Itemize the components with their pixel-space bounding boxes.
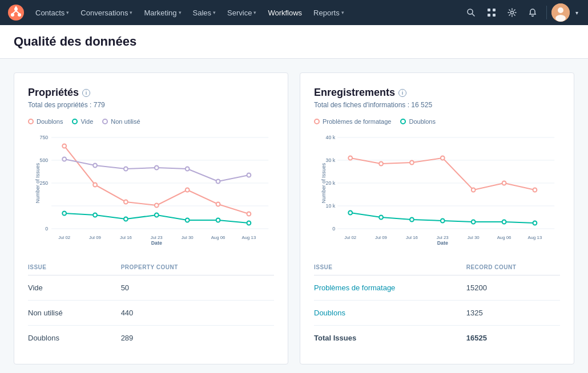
chevron-down-icon: ▾ (341, 10, 344, 15)
svg-point-17 (558, 7, 563, 13)
properties-table: ISSUE PROPERTY COUNT Vide 50 Non utilisé… (28, 260, 274, 350)
chevron-down-icon: ▾ (179, 10, 182, 15)
notifications-button[interactable] (523, 3, 542, 22)
nav-service[interactable]: Service ▾ (221, 0, 262, 25)
svg-point-47 (155, 213, 159, 217)
svg-text:Aug 13: Aug 13 (528, 235, 542, 240)
properties-chart: 750 500 250 0 Number of Issues Jul 02 Ju… (28, 132, 274, 246)
issue-count: 440 (121, 301, 274, 326)
col-property-count: PROPERTY COUNT (121, 260, 274, 275)
svg-text:Jul 30: Jul 30 (182, 235, 194, 240)
svg-rect-14 (493, 14, 496, 17)
svg-point-9 (468, 9, 473, 14)
total-issues-count: 16525 (466, 326, 560, 351)
user-avatar[interactable] (551, 3, 570, 22)
svg-point-40 (155, 204, 159, 208)
svg-rect-11 (488, 9, 490, 11)
search-button[interactable] (462, 3, 480, 22)
svg-point-57 (247, 173, 251, 177)
svg-point-18 (555, 15, 566, 22)
svg-point-89 (502, 220, 506, 224)
svg-point-41 (186, 188, 190, 192)
legend-doublons-enreg: Doublons (400, 118, 435, 125)
svg-point-77 (348, 156, 352, 160)
user-menu-chevron[interactable]: ▾ (572, 3, 581, 22)
svg-point-56 (216, 180, 220, 184)
svg-point-78 (379, 162, 383, 166)
svg-point-38 (93, 183, 97, 187)
issue-count: 50 (121, 275, 274, 301)
svg-point-54 (155, 166, 159, 170)
nav-sales[interactable]: Sales ▾ (187, 0, 222, 25)
svg-point-83 (533, 188, 537, 192)
issue-label: Non utilisé (28, 301, 121, 326)
legend-dot-non-utilise (102, 119, 108, 124)
svg-point-43 (247, 212, 251, 216)
apps-button[interactable] (482, 3, 501, 22)
svg-text:500: 500 (40, 157, 49, 163)
table-row: Doublons 289 (28, 326, 274, 351)
enregistrements-table: ISSUE RECORD COUNT Problèmes de formatag… (314, 260, 560, 350)
chevron-down-icon: ▾ (130, 10, 132, 15)
properties-card: Propriétés i Total des propriétés : 779 … (14, 72, 288, 364)
table-row: Doublons 1325 (314, 301, 560, 326)
chevron-down-icon: ▾ (213, 10, 216, 15)
svg-text:Jul 23: Jul 23 (151, 235, 163, 240)
hubspot-logo[interactable] (7, 3, 25, 22)
svg-text:Number of Issues: Number of Issues (35, 163, 41, 203)
total-issues-label: Total Issues (314, 326, 466, 351)
nav-reports[interactable]: Reports ▾ (308, 0, 350, 25)
svg-point-44 (62, 212, 66, 216)
navbar: Contacts ▾ Conversations ▾ Marketing ▾ S… (0, 0, 588, 25)
svg-point-81 (472, 188, 476, 192)
chevron-down-icon: ▾ (66, 10, 69, 15)
svg-text:Date: Date (151, 240, 162, 246)
svg-point-80 (441, 156, 445, 160)
svg-rect-4 (18, 14, 21, 16)
legend-dot-doublons-enreg (400, 119, 406, 124)
svg-text:Number of Issues: Number of Issues (321, 163, 327, 203)
nav-menu: Contacts ▾ Conversations ▾ Marketing ▾ S… (30, 0, 462, 25)
issue-label: Doublons (28, 326, 121, 351)
properties-info-icon[interactable]: i (82, 89, 90, 97)
properties-card-title: Propriétés i (28, 87, 274, 99)
issue-formatage-link[interactable]: Problèmes de formatage (314, 275, 466, 301)
svg-point-84 (348, 211, 352, 215)
legend-dot-formatage (314, 119, 320, 124)
svg-text:Aug 06: Aug 06 (497, 235, 512, 240)
svg-text:Jul 09: Jul 09 (89, 235, 101, 240)
chevron-down-icon: ▾ (253, 10, 256, 15)
enregistrements-subtitle: Total des fiches d'informations : 16 525 (314, 101, 560, 109)
svg-text:Jul 02: Jul 02 (58, 235, 70, 240)
svg-text:250: 250 (40, 180, 49, 186)
properties-legend: Doublons Vide Non utilisé (28, 118, 274, 125)
svg-text:0: 0 (45, 226, 48, 232)
svg-point-42 (216, 202, 220, 206)
svg-point-52 (93, 164, 97, 168)
nav-conversations[interactable]: Conversations ▾ (75, 0, 138, 25)
svg-point-46 (124, 217, 128, 221)
svg-text:Jul 30: Jul 30 (468, 235, 480, 240)
nav-contacts[interactable]: Contacts ▾ (30, 0, 75, 25)
svg-point-39 (124, 200, 128, 204)
settings-button[interactable] (503, 3, 521, 22)
svg-text:Jul 09: Jul 09 (375, 235, 387, 240)
svg-point-50 (247, 221, 251, 225)
svg-text:Aug 06: Aug 06 (211, 235, 225, 240)
svg-point-53 (124, 167, 128, 171)
svg-point-88 (472, 220, 476, 224)
svg-text:40 k: 40 k (326, 135, 336, 140)
table-row: Total Issues 16525 (314, 326, 560, 351)
nav-workflows[interactable]: Workflows (262, 0, 308, 25)
svg-rect-2 (15, 6, 17, 9)
svg-text:0: 0 (332, 226, 335, 232)
nav-marketing[interactable]: Marketing ▾ (138, 0, 187, 25)
enregistrements-card-title: Enregistrements i (314, 87, 560, 99)
table-row: Vide 50 (28, 275, 274, 301)
issue-doublons-link[interactable]: Doublons (314, 301, 466, 326)
svg-rect-13 (488, 14, 490, 17)
legend-dot-doublons (28, 119, 34, 124)
enregistrements-info-icon[interactable]: i (398, 89, 406, 97)
svg-point-85 (379, 216, 383, 220)
svg-point-90 (533, 221, 537, 225)
